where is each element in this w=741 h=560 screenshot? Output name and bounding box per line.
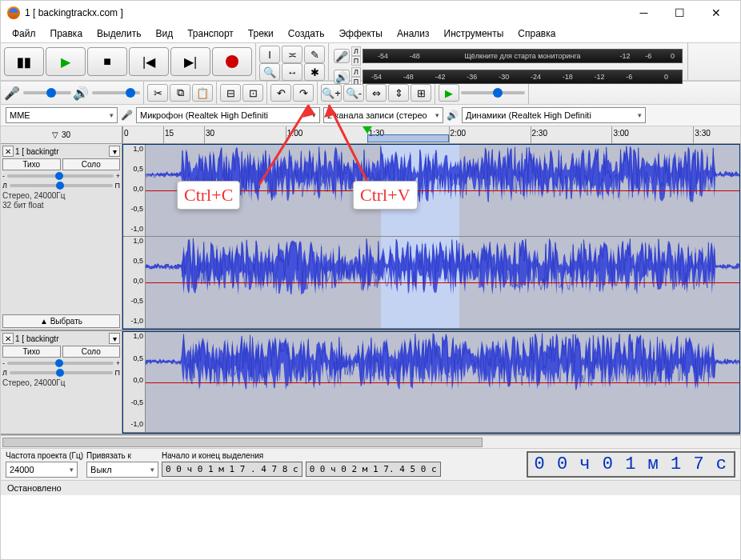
menu-analyze[interactable]: Анализ xyxy=(391,26,436,41)
mic-icon: 🎤 xyxy=(121,110,133,121)
speaker-icon: 🔊 xyxy=(447,110,459,121)
track-1-panel: ✕ 1 [ backingtr ▾ Тихо Соло -+ ЛП Стерео… xyxy=(1,144,122,330)
track-menu-button[interactable]: ▾ xyxy=(109,333,120,344)
fit-project-icon[interactable]: ⇕ xyxy=(388,84,409,102)
audio-position-display[interactable]: 0 0 ч 0 1 м 1 7 с xyxy=(527,451,735,478)
mute-button[interactable]: Тихо xyxy=(2,158,61,170)
close-button[interactable]: ✕ xyxy=(698,2,734,24)
cut-icon[interactable]: ✂ xyxy=(147,84,168,102)
window-title: 1 [ backingtrackx.com ] xyxy=(25,7,123,18)
menu-file[interactable]: Файл xyxy=(6,26,42,41)
audio-host-dropdown[interactable]: MME▾ xyxy=(6,107,118,123)
menu-select[interactable]: Выделить xyxy=(90,26,147,41)
fit-selection-icon[interactable]: ⇔ xyxy=(366,84,387,102)
play-volume-slider[interactable]: 🔊 xyxy=(73,86,140,101)
arrow-paste-icon xyxy=(321,105,385,193)
snap-label: Привязать к xyxy=(86,451,158,460)
maximize-button[interactable]: ☐ xyxy=(662,2,698,24)
track-info: Стерео, 24000Гц xyxy=(2,378,120,388)
redo-icon[interactable]: ↷ xyxy=(293,84,314,102)
menu-help[interactable]: Справка xyxy=(511,26,562,41)
stop-button[interactable]: ■ xyxy=(87,47,127,76)
gain-slider[interactable]: -+ xyxy=(2,172,120,180)
track-2-channel[interactable]: 1,00,50,0-0,5-1,0 xyxy=(123,332,739,433)
rate-label: Частота проекта (Гц) xyxy=(6,451,83,460)
selection-toolbar: Частота проекта (Гц) 24000▾ Привязать к … xyxy=(1,448,740,480)
track-2-panel: ✕ 1 [ backingtr ▾ Тихо Соло -+ ЛП Стерео… xyxy=(1,331,122,434)
project-rate-dropdown[interactable]: 24000▾ xyxy=(6,462,78,478)
gain-slider[interactable]: -+ xyxy=(2,359,120,367)
play-meter[interactable]: -54 -48 -42 -36 -30 -24 -18 -12 -6 0 xyxy=(362,70,683,84)
menubar: Файл Правка Выделить Вид Транспорт Треки… xyxy=(1,25,740,42)
selection-start-input[interactable]: 0 0 ч 0 1 м 1 7 . 4 7 8 с xyxy=(162,462,302,477)
menu-transport[interactable]: Транспорт xyxy=(181,26,240,41)
arrow-copy-icon xyxy=(253,105,317,193)
zoom-tool-icon[interactable]: 🔍 xyxy=(259,63,280,81)
undo-icon[interactable]: ↶ xyxy=(270,84,291,102)
solo-button[interactable]: Соло xyxy=(62,346,121,358)
skip-end-button[interactable]: ▶| xyxy=(170,47,210,76)
track-close-button[interactable]: ✕ xyxy=(2,146,14,157)
record-button[interactable] xyxy=(212,47,252,76)
draw-tool-icon[interactable]: ✎ xyxy=(304,46,325,63)
track-2: ✕ 1 [ backingtr ▾ Тихо Соло -+ ЛП Стерео… xyxy=(1,331,740,435)
snap-dropdown[interactable]: Выкл▾ xyxy=(86,462,158,478)
track-name[interactable]: 1 [ backingtr xyxy=(15,147,107,156)
playback-speed-slider[interactable] xyxy=(461,91,525,94)
menu-tracks[interactable]: Треки xyxy=(242,26,280,41)
meter-hint: Щёлкните для старта мониторинга xyxy=(443,52,603,60)
meter-L-label2: Л xyxy=(351,67,361,77)
mic-meter-icon[interactable]: 🎤 xyxy=(334,49,350,63)
horizontal-scrollbar[interactable] xyxy=(1,435,740,448)
mute-button[interactable]: Тихо xyxy=(2,346,61,358)
toolbars: ▮▮ ▶ ■ |◀ ▶| I ≍ ✎ 🔍 ↔ ✱ 🎤 Л П -54 -48 xyxy=(1,42,740,81)
pan-slider[interactable]: ЛП xyxy=(2,182,120,190)
track-name[interactable]: 1 [ backingtr xyxy=(15,334,107,343)
multi-tool-icon[interactable]: ✱ xyxy=(304,63,325,81)
minimize-button[interactable]: ─ xyxy=(626,2,662,24)
track-1-channel-R[interactable]: 1,00,50,0-0,5-1,0 xyxy=(123,237,739,329)
play-at-speed-button[interactable]: ▶ xyxy=(439,84,459,102)
meter-R-label: П xyxy=(351,56,361,66)
titlebar: 1 [ backingtrackx.com ] ─ ☐ ✕ xyxy=(1,1,740,25)
selection-label: Начало и конец выделения xyxy=(162,451,441,460)
play-device-dropdown[interactable]: Динамики (Realtek High Definiti▾ xyxy=(462,107,646,123)
app-logo-icon xyxy=(7,6,20,19)
skip-start-button[interactable]: |◀ xyxy=(129,47,169,76)
paste-icon[interactable]: 📋 xyxy=(192,84,213,102)
pause-button[interactable]: ▮▮ xyxy=(4,47,44,76)
pan-slider[interactable]: ЛП xyxy=(2,369,120,377)
meter-L-label: Л xyxy=(351,46,361,56)
menu-edit[interactable]: Правка xyxy=(44,26,90,41)
menu-tools[interactable]: Инструменты xyxy=(438,26,511,41)
trim-icon[interactable]: ⊟ xyxy=(220,84,241,102)
menu-effects[interactable]: Эффекты xyxy=(332,26,389,41)
annotation-ctrl-c: Ctrl+C xyxy=(177,181,240,210)
zoom-toggle-icon[interactable]: ⊞ xyxy=(411,84,431,102)
copy-icon[interactable]: ⧉ xyxy=(170,84,190,102)
track-close-button[interactable]: ✕ xyxy=(2,333,14,344)
solo-button[interactable]: Соло xyxy=(62,158,121,170)
zoom-out-icon[interactable]: 🔍- xyxy=(343,84,364,102)
status-line: Остановлено xyxy=(1,480,740,495)
svg-line-0 xyxy=(259,105,309,185)
silence-icon[interactable]: ⊡ xyxy=(242,84,263,102)
menu-generate[interactable]: Создать xyxy=(282,26,331,41)
select-track-button[interactable]: ▲ Выбрать xyxy=(2,314,120,328)
svg-line-2 xyxy=(329,105,369,185)
zoom-in-icon[interactable]: 🔍+ xyxy=(321,84,342,102)
record-volume-slider[interactable]: 🎤 xyxy=(4,86,71,101)
track-menu-button[interactable]: ▾ xyxy=(109,146,120,157)
play-button[interactable]: ▶ xyxy=(46,47,86,76)
selection-end-input[interactable]: 0 0 ч 0 2 м 1 7. 4 5 0 с xyxy=(306,462,441,477)
record-meter[interactable]: -54 -48 Щёлкните для старта мониторинга … xyxy=(362,49,683,63)
track-info: Стерео, 24000Гц32 бит float xyxy=(2,191,120,210)
timeshift-tool-icon[interactable]: ↔ xyxy=(282,63,302,81)
envelope-tool-icon[interactable]: ≍ xyxy=(282,46,302,63)
selection-tool-icon[interactable]: I xyxy=(259,46,280,63)
annotation-ctrl-v: Ctrl+V xyxy=(353,181,418,210)
menu-view[interactable]: Вид xyxy=(149,26,179,41)
